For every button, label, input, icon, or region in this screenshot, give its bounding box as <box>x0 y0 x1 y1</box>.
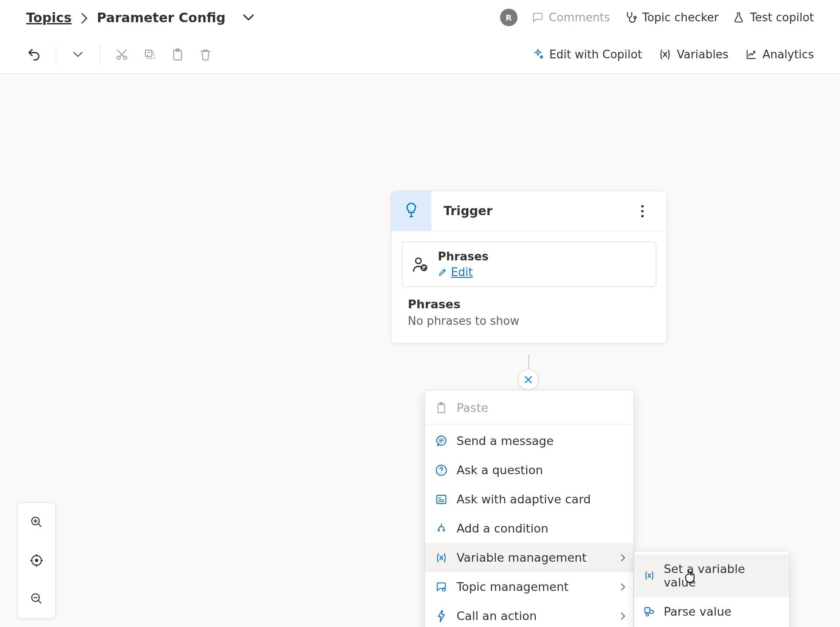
svg-point-23 <box>35 559 38 562</box>
svg-point-7 <box>641 205 644 208</box>
undo-button[interactable] <box>26 47 42 62</box>
variable-management-submenu: Set a variable value Parse value Clear a… <box>634 551 790 627</box>
top-bar: Topics Parameter Config R Comments Topic… <box>0 0 840 35</box>
chat-icon <box>435 435 448 447</box>
zoom-out-button[interactable] <box>18 580 55 618</box>
phrases-summary: Phrases No phrases to show <box>402 287 656 330</box>
clipboard-icon <box>435 401 448 415</box>
menu-separator <box>425 424 633 425</box>
breadcrumb: Topics Parameter Config <box>26 10 254 25</box>
person-chat-icon <box>412 256 429 273</box>
branch-icon <box>435 522 448 535</box>
more-undo-button[interactable] <box>70 47 86 62</box>
test-copilot-label: Test copilot <box>750 11 814 24</box>
phrases-summary-header: Phrases <box>408 297 650 311</box>
comments-label: Comments <box>549 11 610 24</box>
question-icon <box>435 464 448 476</box>
chat-gear-icon <box>435 581 448 593</box>
stethoscope-icon <box>624 11 637 24</box>
trigger-node[interactable]: Trigger Phrases Edit <box>391 191 667 344</box>
menu-item-label: Ask with adaptive card <box>457 492 591 506</box>
menu-item-label: Paste <box>457 401 488 415</box>
card-icon <box>435 494 448 505</box>
topic-checker-button[interactable]: Topic checker <box>624 11 719 24</box>
analytics-icon <box>745 48 757 61</box>
analytics-button[interactable]: Analytics <box>745 48 814 61</box>
menu-item-label: Send a message <box>457 434 554 448</box>
chevron-right-icon <box>620 553 625 562</box>
submenu-item-parse-value[interactable]: Parse value <box>634 597 789 626</box>
menu-item-label: Ask a question <box>457 463 543 477</box>
menu-item-label: Call an action <box>457 609 537 623</box>
authoring-canvas[interactable]: Trigger Phrases Edit <box>0 74 840 627</box>
chevron-right-icon <box>620 612 625 620</box>
flask-icon <box>732 11 745 24</box>
breadcrumb-leaf: Parameter Config <box>97 10 226 25</box>
menu-item-ask-question[interactable]: Ask a question <box>425 455 633 485</box>
paste-button[interactable] <box>170 47 185 62</box>
node-more-button[interactable] <box>641 205 667 217</box>
submenu-item-set-variable[interactable]: Set a variable value <box>634 554 789 597</box>
top-actions: R Comments Topic checker Test copilot <box>500 9 814 26</box>
svg-rect-3 <box>148 52 154 59</box>
variable-icon <box>435 553 448 563</box>
node-body: Phrases Edit Phrases No phrases to show <box>391 231 667 343</box>
cut-button[interactable] <box>114 47 130 62</box>
chevron-right-icon <box>620 583 625 591</box>
fit-to-screen-button[interactable] <box>18 541 55 580</box>
menu-item-label: Variable management <box>457 551 587 564</box>
phrases-summary-body: No phrases to show <box>408 314 650 327</box>
variable-icon <box>659 49 672 60</box>
divider <box>56 45 56 64</box>
svg-point-0 <box>634 17 636 19</box>
svg-rect-19 <box>645 607 650 613</box>
phrases-edit-link[interactable]: Edit <box>438 266 489 279</box>
menu-item-topic-management[interactable]: Topic management <box>425 572 633 601</box>
zoom-controls <box>17 502 56 618</box>
menu-item-add-condition[interactable]: Add a condition <box>425 514 633 543</box>
svg-point-10 <box>416 258 421 264</box>
variable-icon <box>643 571 656 580</box>
editor-toolbar: Edit with Copilot Variables Analytics <box>0 35 840 74</box>
edit-with-copilot-button[interactable]: Edit with Copilot <box>532 48 642 61</box>
menu-item-variable-management[interactable]: Variable management <box>425 543 633 572</box>
menu-item-ask-adaptive-card[interactable]: Ask with adaptive card <box>425 485 633 514</box>
node-title: Trigger <box>431 204 641 218</box>
lightning-icon <box>435 610 448 623</box>
delete-button[interactable] <box>198 47 213 62</box>
submenu-item-label: Set a variable value <box>664 562 780 589</box>
menu-item-send-message[interactable]: Send a message <box>425 426 633 455</box>
comment-icon <box>531 11 544 24</box>
phrases-box[interactable]: Phrases Edit <box>402 242 656 287</box>
topic-checker-label: Topic checker <box>642 11 719 24</box>
test-copilot-button[interactable]: Test copilot <box>732 11 814 24</box>
trigger-icon <box>391 191 431 231</box>
avatar[interactable]: R <box>500 9 517 26</box>
svg-rect-16 <box>437 495 446 503</box>
sparkle-icon <box>532 48 544 61</box>
comments-button[interactable]: Comments <box>531 11 610 24</box>
close-add-node-button[interactable] <box>518 369 539 390</box>
zoom-in-button[interactable] <box>18 503 55 541</box>
add-node-menu: Paste Send a message Ask a question Ask … <box>425 390 634 627</box>
parse-icon <box>643 606 656 617</box>
divider <box>100 45 100 64</box>
submenu-item-label: Parse value <box>664 605 732 618</box>
svg-point-20 <box>646 614 648 616</box>
svg-point-8 <box>641 210 644 212</box>
pencil-icon <box>438 267 447 277</box>
menu-item-label: Add a condition <box>457 522 548 535</box>
edit-with-copilot-label: Edit with Copilot <box>549 48 642 61</box>
phrases-edit-label: Edit <box>451 266 473 279</box>
svg-rect-4 <box>145 50 152 57</box>
analytics-label: Analytics <box>763 48 814 61</box>
node-header: Trigger <box>391 191 667 231</box>
chevron-down-icon[interactable] <box>243 14 254 21</box>
svg-point-9 <box>641 215 644 217</box>
menu-item-label: Topic management <box>457 580 568 593</box>
copy-button[interactable] <box>142 47 158 62</box>
breadcrumb-root[interactable]: Topics <box>26 10 72 25</box>
variables-button[interactable]: Variables <box>659 48 729 61</box>
menu-item-call-action[interactable]: Call an action <box>425 601 633 627</box>
variables-label: Variables <box>677 48 729 61</box>
